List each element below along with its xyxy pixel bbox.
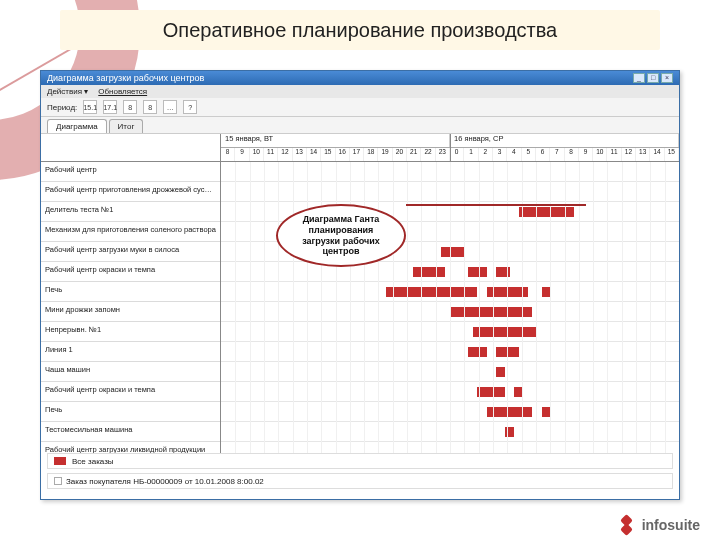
callout-line2: планирования [282,225,400,236]
hour-cell: 16 [336,148,350,161]
callout-line3: загрузки рабочих [282,236,400,247]
hour-cell: 12 [278,148,292,161]
hour-cell: 3 [493,148,507,161]
date-from-input[interactable]: 15.1 [83,100,97,114]
gantt-row-label[interactable]: Мини дрожжи запомн [41,302,220,322]
hour-cell: 14 [650,148,664,161]
grid-column-line [393,162,394,453]
gantt-row-label[interactable]: Чаша машин [41,362,220,382]
grid-column-line [607,162,608,453]
hour-cell: 9 [579,148,593,161]
hour-cell: 6 [536,148,550,161]
window-titlebar[interactable]: Диаграмма загрузки рабочих центров _ □ × [41,71,679,85]
hour-cell: 15 [665,148,679,161]
gantt-bar[interactable] [468,347,486,357]
gantt-row-label[interactable]: Рабочий центр окраски и темпа [41,382,220,402]
gantt-row-label[interactable]: Непрерывн. №1 [41,322,220,342]
tab-chart[interactable]: Диаграмма [47,119,107,133]
grid-column-line [665,162,666,453]
brand-name: infosuite [642,517,700,533]
gantt-row-label[interactable]: Делитель теста №1 [41,202,220,222]
callout-leader-line [406,204,586,206]
hour-cell: 14 [307,148,321,161]
period-label: Период: [47,103,77,112]
grid-column-line [250,162,251,453]
maximize-button[interactable]: □ [647,73,659,83]
gantt-row-label[interactable]: Рабочий центр загрузки ликвидной продукц… [41,442,220,453]
gantt-row-label[interactable]: Рабочий центр окраски и темпа [41,262,220,282]
hour-cell: 8 [565,148,579,161]
hour-from-input[interactable]: 8 [123,100,137,114]
legend-swatch [54,457,66,465]
gantt-row-label[interactable]: Печь [41,402,220,422]
date-to-input[interactable]: 17.1 [103,100,117,114]
gantt-row-label[interactable]: Рабочий центр приготовления дрожжевой су… [41,182,220,202]
grid-column-line [264,162,265,453]
hour-cell: 21 [407,148,421,161]
hour-cell: 11 [264,148,278,161]
gantt-bar[interactable] [441,247,464,257]
gantt-row-label[interactable]: Линия 1 [41,342,220,362]
tab-row: Диаграмма Итог [41,117,679,133]
gantt-bar[interactable] [450,307,532,317]
menu-updating[interactable]: Обновляется [98,87,147,96]
slide-title-band: Оперативное планирование производства [60,10,660,50]
slide-title: Оперативное планирование производства [163,19,557,42]
gantt-bar[interactable] [468,267,486,277]
gantt-row-label[interactable]: Печь [41,282,220,302]
gantt-bar[interactable] [496,367,505,377]
hour-cell: 17 [350,148,364,161]
grid-column-line [650,162,651,453]
gantt-row-label[interactable]: Рабочий центр загрузки муки в силоса [41,242,220,262]
toolbar-extra-1[interactable]: … [163,100,177,114]
gantt-row-label[interactable]: Механизм для приготовления соленого раст… [41,222,220,242]
gantt-bar[interactable] [413,267,445,277]
gantt-window: Диаграмма загрузки рабочих центров _ □ ×… [40,70,680,500]
callout-annotation: Диаграмма Ганта планирования загрузки ра… [276,204,406,267]
hour-to-input[interactable]: 8 [143,100,157,114]
hour-cell: 4 [507,148,521,161]
close-button[interactable]: × [661,73,673,83]
hour-cell: 2 [479,148,493,161]
hour-cell: 1 [464,148,478,161]
hour-cell: 5 [522,148,536,161]
hour-cell: 19 [378,148,392,161]
grid-column-line [593,162,594,453]
hour-cell: 18 [364,148,378,161]
grid-column-line [307,162,308,453]
window-title: Диаграмма загрузки рабочих центров [47,73,204,83]
hour-cell: 13 [293,148,307,161]
hour-cell: 10 [593,148,607,161]
menu-actions[interactable]: Действия ▾ [47,87,88,96]
callout-line1: Диаграмма Ганта [282,214,400,225]
hour-cell: 22 [421,148,435,161]
minimize-button[interactable]: _ [633,73,645,83]
grid-column-line [278,162,279,453]
gantt-bar[interactable] [473,327,537,337]
hour-cell: 10 [250,148,264,161]
date-left: 15 января, ВТ [221,134,450,147]
legend-label: Все заказы [72,457,114,466]
window-menubar: Действия ▾ Обновляется [41,85,679,98]
hour-cell: 23 [436,148,450,161]
hour-cell: 8 [221,148,235,161]
legend: Все заказы [47,453,673,469]
hour-cell: 12 [622,148,636,161]
window-controls: _ □ × [633,73,673,83]
footer-text: Заказ покупателя НБ-00000009 от 10.01.20… [66,477,264,486]
footer: Заказ покупателя НБ-00000009 от 10.01.20… [47,473,673,489]
grid-column-line [636,162,637,453]
toolbar-extra-2[interactable]: ? [183,100,197,114]
gantt-grid[interactable]: 15 января, ВТ 16 января, СР 891011121314… [221,134,679,453]
window-toolbar: Период: 15.1 17.1 8 8 … ? [41,98,679,117]
gantt-row-label[interactable]: Тестомесильная машина [41,422,220,442]
tab-other[interactable]: Итог [109,119,144,133]
hour-cell: 13 [636,148,650,161]
grid-column-line [378,162,379,453]
gantt-area: Рабочий центрРабочий центр приготовления… [41,133,679,453]
gantt-row-label[interactable]: Рабочий центр [41,162,220,182]
grid-column-line [622,162,623,453]
row-header-cell [41,134,220,162]
gantt-row-labels: Рабочий центрРабочий центр приготовления… [41,134,221,453]
gantt-bar[interactable] [477,387,504,397]
